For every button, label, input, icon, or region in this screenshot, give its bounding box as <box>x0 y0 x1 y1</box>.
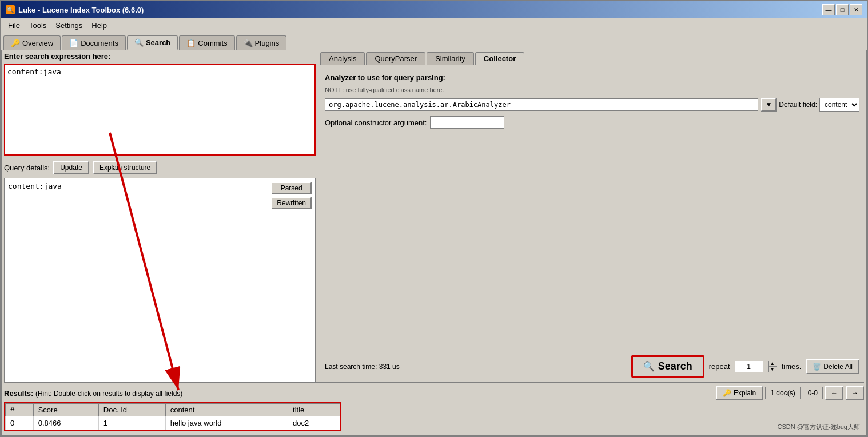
search-expr-label: Enter search expression here: <box>4 52 316 61</box>
left-panel: Enter search expression here: content:ja… <box>4 52 316 382</box>
results-hint: (Hint: Double-click on results to displa… <box>35 390 182 398</box>
constructor-row: Optional constructor argument: <box>325 116 859 129</box>
app-icon: 🔍 <box>6 5 15 14</box>
documents-icon: 📄 <box>69 39 78 47</box>
table-row[interactable]: 0 0.8466 1 hello java world doc2 <box>6 416 340 430</box>
results-header: Results: (Hint: Double-click on results … <box>4 386 864 400</box>
last-search-time: Last search time: 331 us <box>325 363 627 371</box>
search-tab-icon: 🔍 <box>134 38 144 47</box>
analyzer-note: NOTE: use fully-qualified class name her… <box>325 86 859 93</box>
title-controls: — □ ✕ <box>822 4 862 15</box>
rewritten-button[interactable]: Rewritten <box>271 197 312 209</box>
analyzer-title: Analyzer to use for query parsing: <box>325 73 859 82</box>
spinner-buttons: ▲ ▼ <box>768 361 777 372</box>
tab-documents[interactable]: 📄 Documents <box>62 35 126 50</box>
window-title: Luke - Lucene Index Toolbox (6.6.0) <box>18 6 144 14</box>
spinner-up-button[interactable]: ▲ <box>768 361 777 367</box>
explain-icon: 🔑 <box>723 389 731 397</box>
inner-tab-analysis[interactable]: Analysis <box>320 52 365 65</box>
analyzer-input[interactable] <box>325 98 758 111</box>
right-panel: Analysis QueryParser Similarity Collecto… <box>320 52 864 382</box>
col-title: title <box>288 404 340 416</box>
tab-commits[interactable]: 📋 Commits <box>179 35 234 50</box>
tab-overview[interactable]: 🔑 Overview <box>3 35 61 50</box>
repeat-label: repeat <box>709 362 730 371</box>
trash-icon: 🗑️ <box>813 363 821 371</box>
tab-overview-label: Overview <box>22 39 53 47</box>
menu-bar: File Tools Settings Help <box>1 18 867 33</box>
menu-help[interactable]: Help <box>87 19 112 31</box>
spinner-down-button[interactable]: ▼ <box>768 367 777 372</box>
main-window: 🔍 Luke - Lucene Index Toolbox (6.6.0) — … <box>0 0 868 437</box>
query-details-row: Query details: Update Explain structure <box>4 161 316 174</box>
menu-settings[interactable]: Settings <box>51 19 87 31</box>
prev-page-button[interactable]: ← <box>825 386 843 400</box>
query-parsed-text: content:java <box>8 182 266 378</box>
content-area: Enter search expression here: content:ja… <box>1 50 867 436</box>
inner-tabs: Analysis QueryParser Similarity Collecto… <box>320 52 864 65</box>
search-button-icon: 🔍 <box>643 361 655 372</box>
search-button[interactable]: 🔍 Search <box>631 355 704 378</box>
cell-title: doc2 <box>288 416 340 430</box>
results-table: # Score Doc. Id content title 0 0.8466 1 <box>5 403 340 430</box>
analyzer-row: ▼ Default field: content title <box>325 98 859 112</box>
col-content: content <box>165 404 288 416</box>
parsed-button[interactable]: Parsed <box>271 182 312 194</box>
delete-all-label: Delete All <box>823 363 853 371</box>
query-buttons: Parsed Rewritten <box>271 182 312 378</box>
analyzer-section: Analyzer to use for query parsing: NOTE:… <box>320 69 864 347</box>
tab-documents-label: Documents <box>81 39 118 47</box>
main-content: Enter search expression here: content:ja… <box>4 52 864 382</box>
query-details-label: Query details: <box>4 164 50 172</box>
default-field-label: Default field: <box>779 101 817 109</box>
cell-docid: 1 <box>98 416 165 430</box>
delete-all-button[interactable]: 🗑️ Delete All <box>806 359 859 374</box>
tab-plugins-label: Plugins <box>255 39 280 47</box>
commits-icon: 📋 <box>186 39 196 47</box>
tab-search-label: Search <box>146 38 170 47</box>
close-button[interactable]: ✕ <box>850 4 862 15</box>
update-button[interactable]: Update <box>53 161 89 174</box>
main-tabs: 🔑 Overview 📄 Documents 🔍 Search 📋 Commit… <box>1 33 867 50</box>
analyzer-dropdown-button[interactable]: ▼ <box>761 98 777 112</box>
explain-structure-button[interactable]: Explain structure <box>93 161 157 174</box>
footer-note: CSDN @官方认证-递bug大师 <box>778 423 860 431</box>
inner-tab-similarity[interactable]: Similarity <box>427 52 474 65</box>
title-bar: 🔍 Luke - Lucene Index Toolbox (6.6.0) — … <box>1 1 867 18</box>
explain-button[interactable]: 🔑 Explain <box>716 386 763 400</box>
inner-tab-queryparser[interactable]: QueryParser <box>366 52 425 65</box>
tab-search[interactable]: 🔍 Search <box>127 35 178 50</box>
maximize-button[interactable]: □ <box>836 4 849 15</box>
tab-plugins[interactable]: 🔌 Plugins <box>236 35 287 50</box>
constructor-label: Optional constructor argument: <box>325 118 427 127</box>
explain-label: Explain <box>734 389 756 397</box>
constructor-input[interactable] <box>430 116 504 129</box>
search-button-label: Search <box>658 360 692 372</box>
minimize-button[interactable]: — <box>822 4 835 15</box>
title-bar-left: 🔍 Luke - Lucene Index Toolbox (6.6.0) <box>6 5 144 14</box>
results-label: Results: <box>4 389 33 398</box>
page-range: 0-0 <box>803 387 823 399</box>
results-label-group: Results: (Hint: Double-click on results … <box>4 389 182 398</box>
cell-content: hello java world <box>165 416 288 430</box>
search-expression-input[interactable]: content:java <box>4 64 316 156</box>
col-docid: Doc. Id <box>98 404 165 416</box>
doc-count: 1 doc(s) <box>765 387 800 399</box>
col-score: Score <box>33 404 98 416</box>
query-details-panel: content:java Parsed Rewritten <box>4 178 316 382</box>
default-field-select[interactable]: content title <box>819 98 859 112</box>
menu-tools[interactable]: Tools <box>25 19 51 31</box>
inner-tab-collector[interactable]: Collector <box>475 52 524 65</box>
cell-score: 0.8466 <box>33 416 98 430</box>
repeat-input[interactable] <box>735 361 763 372</box>
plugins-icon: 🔌 <box>244 39 253 47</box>
tab-commits-label: Commits <box>198 39 227 47</box>
results-actions: 🔑 Explain 1 doc(s) 0-0 ← → <box>716 386 864 400</box>
menu-file[interactable]: File <box>3 19 25 31</box>
next-page-button[interactable]: → <box>846 386 864 400</box>
times-label: times. <box>782 362 802 371</box>
search-action-row: Last search time: 331 us 🔍 Search repeat… <box>320 351 864 382</box>
results-table-wrapper: # Score Doc. Id content title 0 0.8466 1 <box>4 402 341 431</box>
col-num: # <box>6 404 34 416</box>
overview-icon: 🔑 <box>11 39 20 47</box>
